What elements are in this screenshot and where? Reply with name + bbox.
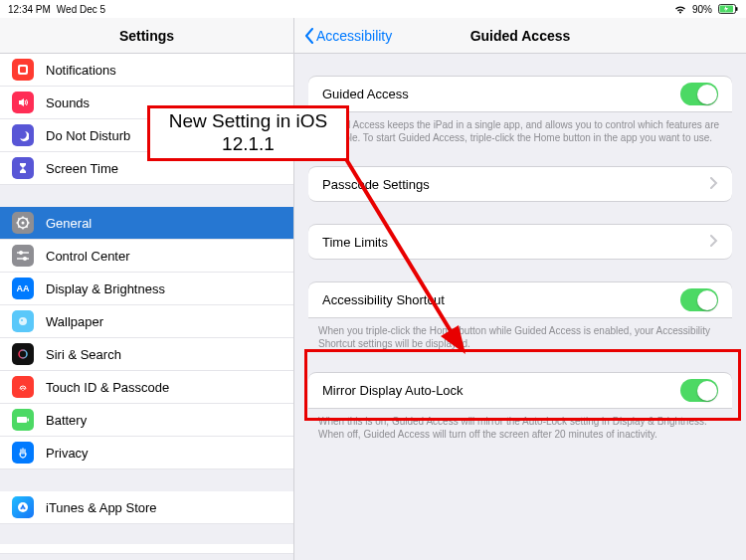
back-button[interactable]: Accessibility — [304, 28, 392, 44]
sidebar-item-label: Sounds — [46, 95, 90, 110]
toggle-mirror-autolock[interactable] — [680, 379, 718, 402]
row-label: Guided Access — [322, 87, 680, 101]
sidebar-title: Settings — [0, 18, 293, 54]
sidebar-item-siri[interactable]: Siri & Search — [0, 338, 293, 371]
annotation-callout: New Setting in iOS 12.1.1 — [147, 105, 349, 161]
row-label: Mirror Display Auto-Lock — [322, 383, 680, 398]
gear-icon — [12, 212, 34, 234]
toggle-accessibility-shortcut[interactable] — [680, 288, 718, 311]
sidebar-item-label: Notifications — [46, 63, 116, 78]
svg-rect-4 — [20, 67, 26, 73]
sidebar-item-touchid[interactable]: Touch ID & Passcode — [0, 371, 293, 404]
sidebar-item-label: Screen Time — [46, 161, 118, 176]
status-time: 12:34 PM — [8, 4, 51, 15]
footer-mirror: When this is on, Guided Access will mirr… — [294, 409, 746, 441]
sidebar-item-itunes[interactable]: iTunes & App Store — [0, 491, 293, 524]
moon-icon — [12, 124, 34, 146]
wallpaper-icon — [12, 310, 34, 332]
svg-rect-24 — [28, 419, 30, 422]
sidebar-item-notifications[interactable]: Notifications — [0, 54, 293, 87]
svg-point-21 — [21, 319, 23, 321]
sidebar-item-label: Do Not Disturb — [46, 128, 130, 143]
svg-line-13 — [18, 227, 19, 228]
row-accessibility-shortcut[interactable]: Accessibility Shortcut — [308, 281, 732, 318]
svg-line-14 — [27, 218, 28, 219]
sounds-icon — [12, 92, 34, 113]
notifications-icon — [12, 59, 34, 81]
sidebar-item-general[interactable]: General — [0, 207, 293, 240]
row-time-limits[interactable]: Time Limits — [308, 224, 732, 260]
sidebar-item-label: General — [46, 216, 92, 231]
svg-point-20 — [19, 317, 27, 325]
wifi-icon — [674, 5, 686, 14]
chevron-right-icon — [710, 235, 718, 250]
fingerprint-icon — [12, 376, 34, 398]
hourglass-icon — [12, 157, 34, 179]
status-date: Wed Dec 5 — [57, 4, 105, 15]
sidebar-item-label: Privacy — [46, 446, 89, 461]
row-label: Time Limits — [322, 235, 702, 250]
sidebar-item-label: Battery — [46, 413, 87, 428]
battery-icon — [718, 4, 738, 14]
sidebar-item-label: Siri & Search — [46, 347, 121, 362]
svg-rect-2 — [736, 7, 738, 11]
row-guided-access[interactable]: Guided Access — [308, 76, 732, 112]
svg-rect-16 — [17, 252, 29, 253]
sidebar-item-label: Display & Brightness — [46, 281, 165, 296]
svg-point-6 — [22, 222, 25, 225]
sidebar-item-privacy[interactable]: Privacy — [0, 437, 293, 469]
brightness-icon: AA — [12, 278, 34, 299]
svg-rect-18 — [17, 258, 29, 259]
sidebar-item-label: Wallpaper — [46, 314, 103, 329]
chevron-right-icon — [710, 177, 718, 192]
toggles-icon — [12, 245, 34, 267]
svg-line-11 — [18, 218, 19, 219]
row-mirror-autolock[interactable]: Mirror Display Auto-Lock — [308, 372, 732, 409]
svg-line-12 — [27, 227, 28, 228]
toggle-guided-access[interactable] — [680, 83, 718, 105]
sidebar-item-label: iTunes & App Store — [46, 500, 157, 515]
sidebar-item-label: Touch ID & Passcode — [46, 380, 169, 395]
sidebar-item-controlcenter[interactable]: Control Center — [0, 240, 293, 273]
appstore-icon — [12, 496, 34, 518]
svg-rect-23 — [17, 417, 27, 423]
siri-icon — [12, 343, 34, 365]
svg-text:AA: AA — [17, 283, 29, 293]
row-passcode-settings[interactable]: Passcode Settings — [308, 166, 732, 202]
row-label: Accessibility Shortcut — [322, 292, 680, 307]
footer-guided-access: Guided Access keeps the iPad in a single… — [294, 112, 746, 144]
svg-point-25 — [18, 502, 28, 512]
battery-icon — [12, 409, 34, 431]
sidebar-item-wallpaper[interactable]: Wallpaper — [0, 305, 293, 338]
sidebar-item-cutoff[interactable] — [0, 544, 293, 554]
settings-sidebar: Settings Notifications Sounds Do Not Dis… — [0, 18, 294, 560]
hand-icon — [12, 442, 34, 464]
footer-shortcut: When you triple-click the Home button wh… — [294, 318, 746, 350]
content-pane: Accessibility Guided Access Guided Acces… — [294, 18, 746, 560]
battery-percent: 90% — [692, 4, 712, 15]
sidebar-item-display[interactable]: AA Display & Brightness — [0, 273, 293, 305]
status-bar: 12:34 PM Wed Dec 5 90% — [0, 0, 746, 18]
content-header: Accessibility Guided Access — [294, 18, 746, 54]
chevron-left-icon — [304, 28, 314, 44]
row-label: Passcode Settings — [322, 177, 702, 192]
sidebar-item-battery[interactable]: Battery — [0, 404, 293, 437]
back-label: Accessibility — [316, 28, 392, 44]
svg-point-22 — [19, 350, 27, 358]
sidebar-item-label: Control Center — [46, 249, 130, 264]
